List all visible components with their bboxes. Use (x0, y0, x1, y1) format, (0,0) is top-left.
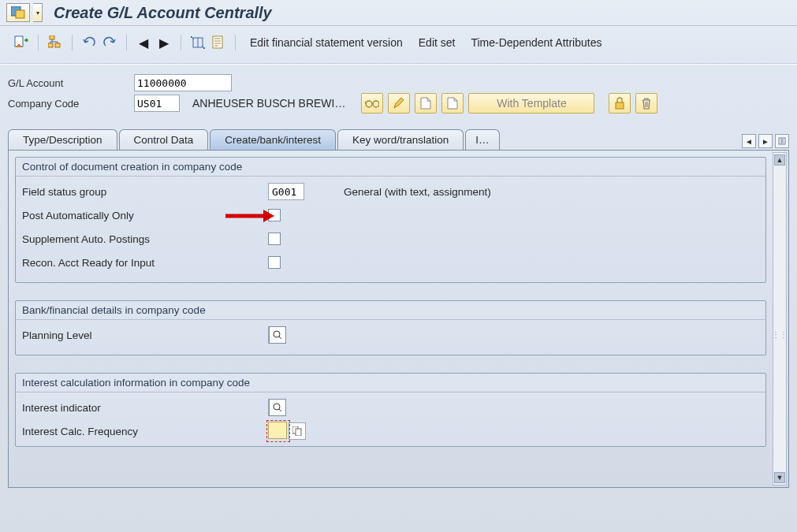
layout-icon (191, 36, 205, 49)
svg-rect-5 (55, 43, 60, 47)
lock-icon (614, 97, 625, 110)
svg-point-13 (366, 101, 372, 107)
svg-line-25 (279, 337, 281, 339)
tab-control-data[interactable]: Control Data (119, 129, 209, 150)
interest-frequency-input[interactable] (268, 422, 287, 439)
company-code-input[interactable] (134, 95, 180, 112)
group-title: Bank/financial details in company code (16, 301, 765, 320)
interest-frequency-label: Interest Calc. Frequency (22, 426, 268, 437)
display-button[interactable] (361, 93, 383, 113)
gl-account-input[interactable] (134, 74, 232, 91)
group-interest-calc: Interest calculation information in comp… (15, 373, 766, 447)
edit-fsv-button[interactable]: Edit financial statement version (242, 36, 411, 49)
blank-page-icon (447, 97, 458, 110)
tab-list-button[interactable] (775, 134, 789, 148)
title-bar: ▾ Create G/L Account Centrally (0, 0, 797, 26)
with-template-button[interactable]: With Template (468, 93, 594, 113)
field-status-group-label: Field status group (22, 186, 268, 198)
time-dependent-button[interactable]: Time-Dependent Attributes (463, 36, 609, 49)
tab-scroll-right-button[interactable]: ► (758, 134, 773, 148)
svg-rect-1 (16, 10, 24, 18)
field-status-group-text: General (with text, assignment) (344, 186, 491, 198)
company-code-label: Company Code (8, 98, 134, 110)
svg-point-14 (373, 101, 379, 107)
tab-overflow[interactable]: I… (465, 129, 499, 150)
pencil-icon (393, 97, 405, 110)
scroll-down-button[interactable]: ▼ (774, 472, 785, 483)
search-icon (273, 330, 282, 340)
tab-content: Control of document creation in company … (10, 152, 771, 485)
next-button[interactable]: ▶ (154, 32, 174, 53)
gl-account-label: G/L Account (8, 77, 134, 89)
undo-icon (82, 36, 96, 49)
edit-set-button[interactable]: Edit set (411, 36, 464, 49)
change-layout-button[interactable] (188, 32, 208, 53)
toolbar-separator (72, 35, 73, 50)
blank-page-icon (420, 97, 431, 110)
document-button[interactable] (208, 32, 229, 53)
tab-strip: Type/Description Control Data Create/ban… (8, 129, 789, 488)
other-object-button[interactable] (11, 32, 32, 53)
post-auto-label: Post Automatically Only (22, 210, 268, 221)
svg-rect-8 (213, 36, 222, 48)
post-auto-checkbox[interactable] (268, 209, 281, 221)
group-title: Control of document creation in company … (16, 158, 765, 177)
undo-button[interactable] (79, 32, 99, 53)
group-bank-financial: Bank/financial details in company code P… (15, 300, 766, 355)
tab-keyword-translation[interactable]: Key word/translation (337, 129, 464, 150)
redo-icon (102, 36, 117, 49)
interest-indicator-search-button[interactable] (269, 399, 286, 416)
lock-button[interactable] (609, 93, 631, 113)
tab-type-description[interactable]: Type/Description (8, 129, 117, 150)
menu-icon[interactable] (6, 3, 30, 22)
svg-rect-4 (48, 43, 53, 47)
svg-rect-15 (616, 102, 624, 109)
svg-rect-29 (296, 429, 301, 436)
page-title: Create G/L Account Centrally (54, 4, 272, 22)
supplement-auto-checkbox[interactable] (268, 233, 281, 245)
with-template-label: With Template (497, 97, 566, 110)
scroll-grip-icon[interactable]: ⋮⋮ (773, 325, 786, 344)
f4-help-icon (292, 426, 302, 436)
toolbar-separator (235, 35, 236, 50)
group-document-control: Control of document creation in company … (15, 157, 766, 283)
prev-button[interactable]: ◀ (133, 32, 154, 53)
new2-button[interactable] (441, 93, 464, 113)
supplement-auto-label: Supplement Auto. Postings (22, 233, 268, 245)
delete-button[interactable] (635, 93, 657, 113)
hierarchy-icon (48, 35, 62, 50)
svg-rect-3 (50, 35, 54, 39)
svg-line-27 (279, 409, 281, 411)
new-button[interactable] (415, 93, 437, 113)
planning-level-label: Planning Level (22, 329, 268, 341)
tab-scroll-left-button[interactable]: ◄ (742, 134, 756, 148)
toolbar-separator (181, 35, 181, 50)
toolbar-separator (126, 35, 127, 50)
svg-point-26 (274, 404, 280, 410)
redo-button[interactable] (99, 32, 120, 53)
toolbar-separator (38, 35, 39, 50)
help-input-icon (11, 6, 25, 19)
company-code-name: ANHEUSER BUSCH BREWI… (192, 97, 345, 110)
group-title: Interest calculation information in comp… (16, 374, 765, 392)
interest-indicator-label: Interest indicator (22, 402, 268, 414)
doc-nav-icon (14, 35, 28, 50)
edit-button[interactable] (388, 93, 410, 113)
menu-dropdown-icon[interactable]: ▾ (33, 3, 43, 22)
planning-level-search-button[interactable] (269, 326, 286, 344)
tab-create-bank-interest[interactable]: Create/bank/interest (210, 129, 336, 150)
recon-ready-checkbox[interactable] (268, 256, 281, 269)
tab-body: ▲ ⋮⋮ ▼ Control of document creation in c… (8, 151, 789, 488)
interest-frequency-search-button[interactable] (289, 422, 306, 440)
scroll-track[interactable]: ⋮⋮ (773, 167, 786, 471)
vertical-scrollbar[interactable]: ▲ ⋮⋮ ▼ (773, 152, 787, 485)
scroll-up-button[interactable]: ▲ (774, 154, 785, 166)
search-icon (273, 403, 282, 412)
hierarchy-button[interactable] (45, 32, 65, 53)
document-lines-icon (212, 35, 225, 50)
tab-list-icon (778, 137, 786, 145)
glasses-icon (365, 98, 379, 109)
field-status-group-input[interactable] (268, 183, 304, 200)
header-area: G/L Account Company Code ANHEUSER BUSCH … (0, 65, 797, 118)
recon-ready-label: Recon. Acct Ready for Input (22, 257, 268, 269)
